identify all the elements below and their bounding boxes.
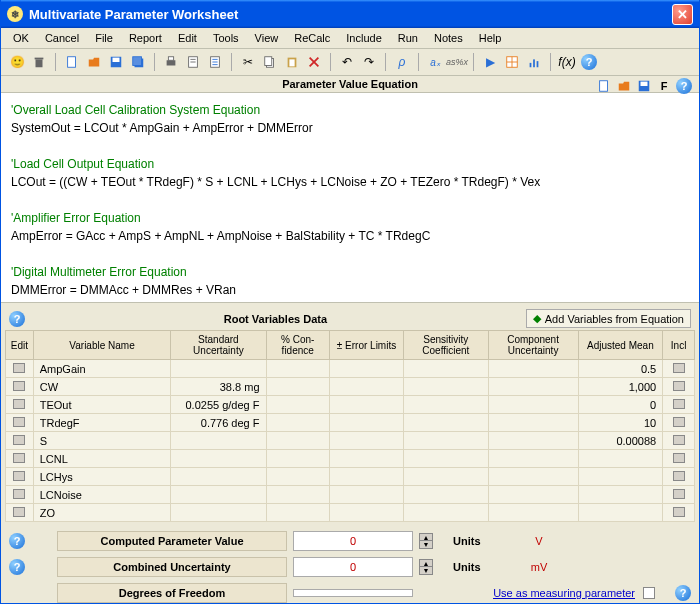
var-conf <box>266 450 329 468</box>
save-all-icon[interactable] <box>128 52 148 72</box>
col-name[interactable]: Variable Name <box>33 331 171 360</box>
eq-new-icon[interactable] <box>595 77 613 95</box>
menu-include[interactable]: Include <box>340 30 387 46</box>
use-as-measuring-link[interactable]: Use as measuring parameter <box>493 587 635 599</box>
svg-rect-1 <box>35 58 44 60</box>
menu-tools[interactable]: Tools <box>207 30 245 46</box>
cut-icon[interactable]: ✂ <box>238 52 258 72</box>
col-std-unc[interactable]: Standard Uncertainty <box>171 331 266 360</box>
table-row[interactable]: AmpGain0.5 <box>6 360 695 378</box>
col-conf[interactable]: % Con- fidence <box>266 331 329 360</box>
paste-icon[interactable] <box>282 52 302 72</box>
report-icon[interactable] <box>183 52 203 72</box>
include-toggle[interactable] <box>673 381 685 391</box>
percent-x-icon[interactable]: as%x <box>447 52 467 72</box>
var-err-lim <box>329 432 403 450</box>
include-toggle[interactable] <box>673 435 685 445</box>
help-icon[interactable]: ? <box>579 52 599 72</box>
equation-editor[interactable]: 'Overall Load Cell Calibration System Eq… <box>1 93 699 303</box>
print-icon[interactable] <box>161 52 181 72</box>
edit-row-button[interactable] <box>13 363 25 373</box>
undo-icon[interactable]: ↶ <box>337 52 357 72</box>
edit-row-button[interactable] <box>13 435 25 445</box>
menu-cancel[interactable]: Cancel <box>39 30 85 46</box>
eq-help-icon[interactable]: ? <box>675 77 693 95</box>
smiley-icon[interactable]: 🙂 <box>7 52 27 72</box>
edit-row-button[interactable] <box>13 489 25 499</box>
svg-rect-2 <box>68 57 76 68</box>
table-row[interactable]: ZO <box>6 504 695 522</box>
table-row[interactable]: LCNL <box>6 450 695 468</box>
open-icon[interactable] <box>84 52 104 72</box>
computed-spinner[interactable]: ▲▼ <box>419 533 433 549</box>
table-row[interactable]: TRdegF0.776 deg F10 <box>6 414 695 432</box>
new-icon[interactable] <box>62 52 82 72</box>
menu-report[interactable]: Report <box>123 30 168 46</box>
include-toggle[interactable] <box>673 363 685 373</box>
rho-icon[interactable]: ρ <box>392 52 412 72</box>
menu-run[interactable]: Run <box>392 30 424 46</box>
include-toggle[interactable] <box>673 471 685 481</box>
col-err-lim[interactable]: ± Error Limits <box>329 331 403 360</box>
comment-line: 'Amplifier Error Equation <box>11 209 689 227</box>
edit-row-button[interactable] <box>13 417 25 427</box>
menu-recalc[interactable]: ReCalc <box>288 30 336 46</box>
save-icon[interactable] <box>106 52 126 72</box>
table-row[interactable]: LCHys <box>6 468 695 486</box>
col-adj-mean[interactable]: Adjusted Mean <box>578 331 663 360</box>
copy-icon[interactable] <box>260 52 280 72</box>
edit-row-button[interactable] <box>13 399 25 409</box>
include-toggle[interactable] <box>673 489 685 499</box>
include-toggle[interactable] <box>673 507 685 517</box>
var-adj-mean <box>578 450 663 468</box>
grid-icon[interactable] <box>502 52 522 72</box>
equation-line: DMMError = DMMAcc + DMMRes + VRan <box>11 281 689 299</box>
col-comp-unc[interactable]: Component Uncertainty <box>488 331 578 360</box>
combined-help-icon[interactable]: ? <box>9 559 25 575</box>
menu-edit[interactable]: Edit <box>172 30 203 46</box>
table-row[interactable]: S0.00088 <box>6 432 695 450</box>
var-std-unc <box>171 360 266 378</box>
close-button[interactable]: ✕ <box>672 4 693 25</box>
redo-icon[interactable]: ↷ <box>359 52 379 72</box>
table-row[interactable]: CW38.8 mg1,000 <box>6 378 695 396</box>
edit-row-button[interactable] <box>13 507 25 517</box>
include-toggle[interactable] <box>673 453 685 463</box>
computed-help-icon[interactable]: ? <box>9 533 25 549</box>
combined-spinner[interactable]: ▲▼ <box>419 559 433 575</box>
chart-icon[interactable] <box>524 52 544 72</box>
col-edit[interactable]: Edit <box>6 331 34 360</box>
subscript-icon[interactable]: aₓ <box>425 52 445 72</box>
include-toggle[interactable] <box>673 399 685 409</box>
menu-help[interactable]: Help <box>473 30 508 46</box>
fx-icon[interactable]: f(x) <box>557 52 577 72</box>
run-icon[interactable]: ▶ <box>480 52 500 72</box>
edit-row-button[interactable] <box>13 381 25 391</box>
doc-list-icon[interactable] <box>205 52 225 72</box>
menu-notes[interactable]: Notes <box>428 30 469 46</box>
dof-value[interactable] <box>293 589 413 597</box>
use-as-measuring-checkbox[interactable] <box>643 587 655 599</box>
var-std-unc: 0.776 deg F <box>171 414 266 432</box>
include-toggle[interactable] <box>673 417 685 427</box>
use-help-icon[interactable]: ? <box>675 585 691 601</box>
col-sens[interactable]: Sensitivity Coefficient <box>404 331 489 360</box>
computed-value[interactable]: 0 <box>293 531 413 551</box>
svg-rect-4 <box>113 58 120 62</box>
trash-icon[interactable] <box>29 52 49 72</box>
eq-open-icon[interactable] <box>615 77 633 95</box>
edit-row-button[interactable] <box>13 453 25 463</box>
vars-help-icon[interactable]: ? <box>9 311 25 327</box>
delete-icon[interactable] <box>304 52 324 72</box>
table-row[interactable]: LCNoise <box>6 486 695 504</box>
menu-view[interactable]: View <box>249 30 285 46</box>
eq-save-icon[interactable] <box>635 77 653 95</box>
combined-value[interactable]: 0 <box>293 557 413 577</box>
edit-row-button[interactable] <box>13 471 25 481</box>
menu-file[interactable]: File <box>89 30 119 46</box>
table-row[interactable]: TEOut0.0255 g/deg F0 <box>6 396 695 414</box>
add-variables-button[interactable]: ◆ Add Variables from Equation <box>526 309 691 328</box>
menu-ok[interactable]: OK <box>7 30 35 46</box>
col-incl[interactable]: Incl <box>663 331 695 360</box>
eq-font-icon[interactable]: F <box>655 77 673 95</box>
